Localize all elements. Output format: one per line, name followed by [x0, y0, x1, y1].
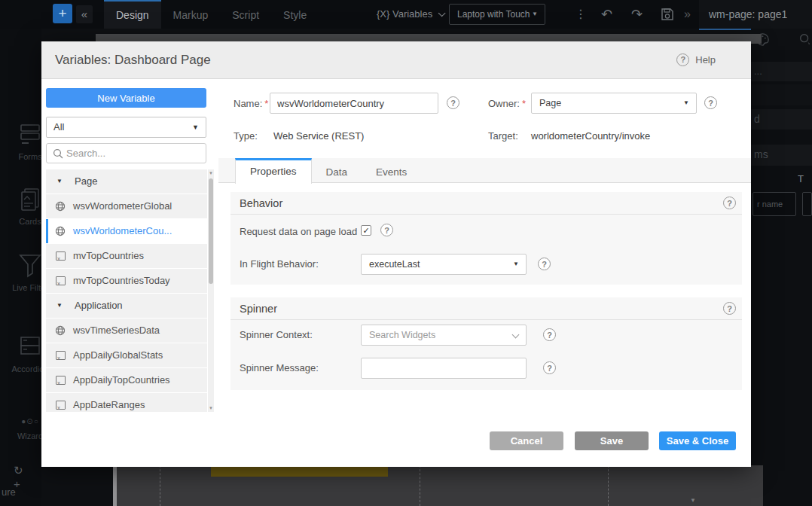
page-breadcrumb[interactable]: wm-page: page1	[699, 0, 812, 29]
dropdown-arrow-icon: ▼	[192, 117, 199, 137]
search-input[interactable]	[66, 145, 202, 162]
scroll-up-icon[interactable]: ▼	[208, 171, 214, 175]
variables-tree: ▼ Page wsvWordometerGlobal wsvWorldomete…	[46, 169, 207, 412]
behavior-section-title: Behavior ?	[230, 192, 742, 215]
palette-item-cards[interactable]: Cards	[0, 187, 41, 236]
panel-input-fragment[interactable]: r name	[752, 192, 796, 216]
variable-name: AppDailyGlobalStats	[73, 343, 163, 367]
caret-down-icon: ▼	[56, 294, 63, 318]
panel-row	[751, 84, 812, 105]
palette-item-wizard[interactable]: ●⊙○ Wizard	[0, 417, 41, 467]
help-icon[interactable]: ?	[704, 96, 717, 109]
wavemaker-studio: + « Design Markup Script Style {X} Varia…	[0, 0, 812, 506]
group-label: Application	[75, 294, 123, 318]
owner-value: Page	[539, 98, 561, 108]
variables-menu[interactable]: {X} Variables	[377, 0, 443, 29]
tree-group-page[interactable]: ▼ Page	[46, 169, 207, 194]
owner-select[interactable]: Page ▼	[531, 93, 697, 114]
tree-item[interactable]: x AppDailyGlobalStats	[46, 343, 207, 367]
request-data-checkbox[interactable]: ✓	[361, 225, 371, 236]
palette-item-forms[interactable]: Forms	[0, 122, 41, 172]
variables-sidebar: New Variable All ▼ ▼ Page wsvWordometerG…	[41, 79, 218, 467]
mode-tabs: Design Markup Script Style	[104, 0, 319, 29]
spinner-context-select[interactable]: Search Widgets	[361, 325, 527, 346]
tab-markup[interactable]: Markup	[161, 0, 221, 29]
tree-item[interactable]: wsvWordometerGlobal	[46, 194, 207, 218]
refresh-add-icons[interactable]: ↻ +	[14, 464, 41, 490]
help-link[interactable]: ? Help	[695, 41, 716, 78]
model-variable-icon: x	[56, 351, 66, 360]
cancel-button[interactable]: Cancel	[490, 431, 563, 450]
name-field[interactable]	[270, 93, 438, 114]
filter-value: All	[53, 121, 64, 133]
undo-icon[interactable]: ↶	[601, 0, 612, 29]
model-variable-icon: x	[56, 376, 66, 385]
tab-design[interactable]: Design	[104, 0, 161, 29]
panel-input-fragment[interactable]	[802, 192, 812, 216]
tree-item[interactable]: x mvTopCountries	[46, 244, 207, 268]
cards-icon	[18, 187, 41, 212]
help-icon[interactable]: ?	[543, 328, 556, 341]
save-icon[interactable]	[660, 7, 675, 25]
request-data-label: Request data on page load	[240, 226, 357, 237]
scroll-down-icon[interactable]: ▼	[208, 406, 214, 410]
help-icon[interactable]: ?	[380, 224, 393, 236]
tab-events[interactable]: Events	[362, 158, 421, 182]
tab-properties[interactable]: Properties	[235, 158, 312, 184]
tree-item-selected[interactable]: wsvWorldometerCou...	[46, 219, 207, 243]
help-icon[interactable]: ?	[723, 197, 736, 209]
caret-down-icon: ▼	[56, 169, 63, 194]
variable-name: wsvWorldometerCou...	[73, 219, 172, 243]
spinner-message-label: Spinner Message:	[240, 362, 319, 373]
variable-detail: Name:* ? Owner:* Page ▼ ? Type: Web Serv…	[218, 79, 751, 467]
help-icon[interactable]: ?	[723, 302, 736, 315]
expand-right-icon[interactable]: »	[684, 0, 691, 29]
new-variable-button[interactable]: New Variable	[46, 88, 206, 108]
tree-group-application[interactable]: ▼ Application	[46, 294, 207, 318]
spinner-message-field[interactable]	[361, 358, 527, 379]
palette-item-accordion[interactable]: Accordion	[0, 334, 41, 384]
tree-scrollbar[interactable]: ▼ ▼	[208, 169, 214, 412]
variables-dialog: Variables: Dashboard Page ? Help New Var…	[41, 41, 751, 467]
detail-tabs: Properties Data Events	[218, 158, 751, 183]
variable-name: mvTopCountriesToday	[73, 269, 170, 293]
collapse-left-icon[interactable]: «	[76, 5, 93, 23]
redo-icon[interactable]: ↷	[631, 0, 643, 29]
chevron-down-icon	[438, 9, 446, 17]
save-and-close-button[interactable]: Save & Close	[659, 431, 736, 450]
variable-name: AppDateRanges	[73, 393, 145, 412]
device-selector-value: Laptop with Touch	[457, 9, 530, 20]
palette-item-live-filter[interactable]: Live Filter	[0, 251, 41, 301]
device-selector[interactable]: Laptop with Touch ▼	[449, 4, 545, 25]
tree-item[interactable]: x AppDailyTopCountries	[46, 368, 207, 392]
group-label: Page	[75, 169, 97, 194]
tree-item[interactable]: wsvTimeSeriesData	[46, 319, 207, 343]
spinner-section-title: Spinner ?	[230, 297, 742, 320]
web-service-icon	[55, 325, 66, 336]
help-icon: ?	[676, 53, 689, 66]
add-icon[interactable]: +	[53, 4, 72, 23]
in-flight-select[interactable]: executeLast ▼	[361, 254, 527, 275]
tree-item[interactable]: x AppDateRanges	[46, 393, 207, 412]
dialog-title: Variables: Dashboard Page	[55, 41, 211, 78]
dropdown-arrow-icon: ▼	[532, 5, 538, 24]
accordion-icon	[18, 334, 41, 360]
help-icon[interactable]: ?	[543, 361, 556, 374]
behavior-section: Behavior ? Request data on page load ✓ ?…	[230, 192, 742, 285]
panel-row: ms	[751, 145, 812, 166]
model-variable-icon: x	[56, 401, 66, 410]
scrollbar-thumb[interactable]	[209, 178, 213, 284]
tab-style[interactable]: Style	[271, 0, 319, 29]
help-icon[interactable]: ?	[538, 258, 551, 270]
palette-label: Cards	[0, 217, 41, 226]
help-icon[interactable]: ?	[447, 96, 459, 109]
tab-script[interactable]: Script	[220, 0, 271, 29]
variable-filter-select[interactable]: All ▼	[46, 117, 206, 138]
save-button[interactable]: Save	[575, 431, 649, 450]
inspect-icon[interactable]	[798, 32, 812, 46]
tab-data[interactable]: Data	[312, 158, 362, 182]
palette-label: Forms	[0, 152, 41, 161]
tree-item[interactable]: x mvTopCountriesToday	[46, 269, 207, 293]
more-options-icon[interactable]: ⋮	[575, 0, 587, 29]
grid-column-line	[160, 465, 160, 506]
